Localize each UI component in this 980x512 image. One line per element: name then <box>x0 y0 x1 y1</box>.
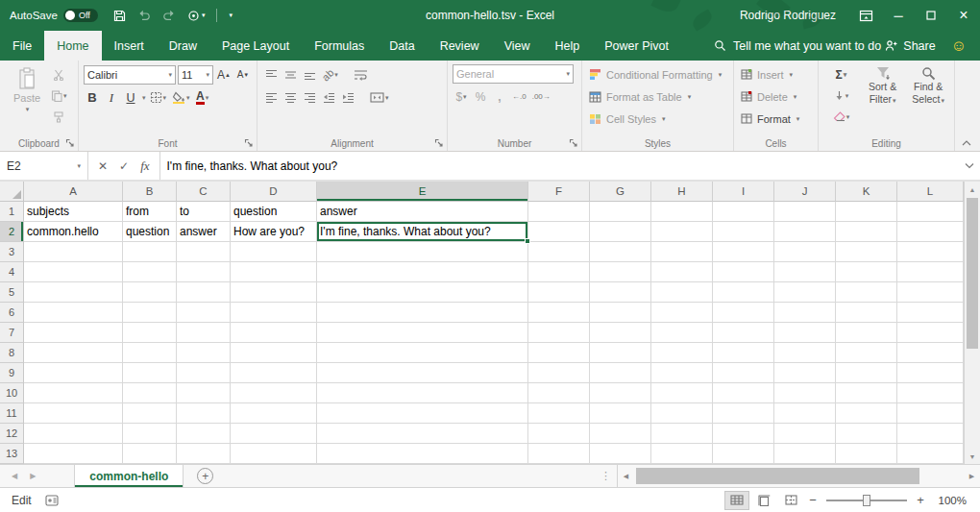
cell-L8[interactable] <box>897 343 964 363</box>
align-top-button[interactable] <box>262 64 280 85</box>
cell-K2[interactable] <box>836 222 897 242</box>
cell-C13[interactable] <box>177 444 231 464</box>
touch-mode-button[interactable]: ▾ <box>187 10 206 22</box>
ribbon-display-options-button[interactable] <box>849 0 882 31</box>
cell-K6[interactable] <box>836 303 897 323</box>
cell-styles-button[interactable]: Cell Styles ▾ <box>587 109 729 129</box>
qat-customize-button[interactable]: ▾ <box>229 12 233 19</box>
cell-B1[interactable]: from <box>123 202 177 222</box>
cell-H2[interactable] <box>651 222 713 242</box>
cell-E7[interactable] <box>317 323 528 343</box>
row-header-9[interactable]: 9 <box>0 363 24 383</box>
tab-formulas[interactable]: Formulas <box>302 31 377 61</box>
cell-G6[interactable] <box>590 303 651 323</box>
cell-A6[interactable] <box>24 303 123 323</box>
italic-button[interactable]: I <box>103 87 120 108</box>
bold-button[interactable]: B <box>84 87 101 108</box>
percent-button[interactable]: % <box>472 86 489 107</box>
increase-font-button[interactable]: A▲ <box>215 64 233 85</box>
clipboard-dialog-launcher[interactable] <box>65 138 76 149</box>
number-format-combo[interactable]: General ▾ <box>453 64 574 84</box>
column-header-B[interactable]: B <box>123 182 177 202</box>
cell-L4[interactable] <box>897 262 964 282</box>
tell-me-box[interactable]: Tell me what you want to do <box>714 31 881 61</box>
cell-H4[interactable] <box>651 262 713 282</box>
cell-F2[interactable] <box>528 222 590 242</box>
column-header-E[interactable]: E <box>317 182 528 202</box>
decrease-decimal-button[interactable]: .00→ <box>530 86 552 107</box>
font-dialog-launcher[interactable] <box>244 138 255 149</box>
cell-I9[interactable] <box>713 363 774 383</box>
cell-E10[interactable] <box>317 383 528 403</box>
user-name[interactable]: Rodrigo Rodriguez <box>740 9 836 22</box>
cell-I2[interactable] <box>713 222 774 242</box>
cell-K1[interactable] <box>836 202 897 222</box>
cell-C11[interactable] <box>177 403 231 424</box>
underline-button[interactable]: U <box>122 87 139 108</box>
cell-J5[interactable] <box>774 282 836 303</box>
cell-G10[interactable] <box>590 383 651 403</box>
cell-D4[interactable] <box>231 262 317 282</box>
alignment-dialog-launcher[interactable] <box>434 138 445 149</box>
cell-C9[interactable] <box>177 363 231 383</box>
fill-color-button[interactable]: ▾ <box>170 87 192 108</box>
cell-B6[interactable] <box>123 303 177 323</box>
cell-D12[interactable] <box>231 424 317 444</box>
cell-C10[interactable] <box>177 383 231 403</box>
cell-J13[interactable] <box>774 444 836 464</box>
cell-A1[interactable]: subjects <box>24 202 123 222</box>
insert-button[interactable]: Insert ▾ <box>739 64 814 85</box>
column-header-H[interactable]: H <box>651 182 713 202</box>
wrap-text-button[interactable] <box>352 64 370 85</box>
cell-D3[interactable] <box>231 242 317 262</box>
column-header-J[interactable]: J <box>774 182 836 202</box>
row-header-13[interactable]: 13 <box>0 444 24 464</box>
cell-K9[interactable] <box>836 363 897 383</box>
decrease-font-button[interactable]: A▼ <box>234 64 252 85</box>
format-button[interactable]: Format ▾ <box>739 109 814 129</box>
tab-home[interactable]: Home <box>44 31 101 61</box>
cell-F1[interactable] <box>528 202 590 222</box>
cell-I12[interactable] <box>713 424 774 444</box>
vertical-scroll-track[interactable] <box>965 197 980 449</box>
column-header-A[interactable]: A <box>24 182 123 202</box>
copy-button[interactable]: ▾ <box>49 85 69 106</box>
cell-A10[interactable] <box>24 383 123 403</box>
cell-C4[interactable] <box>177 262 231 282</box>
find-select-button[interactable]: Find & Select▾ <box>906 64 950 127</box>
cell-L3[interactable] <box>897 242 964 262</box>
cell-L5[interactable] <box>897 282 964 303</box>
cell-K3[interactable] <box>836 242 897 262</box>
number-dialog-launcher[interactable] <box>569 138 579 149</box>
cell-E9[interactable] <box>317 363 528 383</box>
cell-I13[interactable] <box>713 444 774 464</box>
cell-F6[interactable] <box>528 303 590 323</box>
tab-draw[interactable]: Draw <box>157 31 209 61</box>
cell-H3[interactable] <box>651 242 713 262</box>
cell-E1[interactable]: answer <box>317 202 528 222</box>
cell-K8[interactable] <box>836 343 897 363</box>
cell-L7[interactable] <box>897 323 964 343</box>
cell-B13[interactable] <box>123 444 177 464</box>
cell-H10[interactable] <box>651 383 713 403</box>
sheet-tab-common-hello[interactable]: common-hello <box>74 465 184 487</box>
cell-I5[interactable] <box>713 282 774 303</box>
cell-K10[interactable] <box>836 383 897 403</box>
cell-B5[interactable] <box>123 282 177 303</box>
scroll-left-icon[interactable]: ◀ <box>618 473 634 480</box>
feedback-smiley-icon[interactable]: ☺ <box>951 31 967 61</box>
cell-C12[interactable] <box>177 424 231 444</box>
row-header-4[interactable]: 4 <box>0 262 24 282</box>
delete-button[interactable]: Delete ▾ <box>739 86 814 107</box>
column-header-K[interactable]: K <box>836 182 897 202</box>
row-header-6[interactable]: 6 <box>0 303 24 323</box>
enter-button[interactable]: ✓ <box>119 159 129 173</box>
insert-function-button[interactable]: fx <box>140 158 149 174</box>
close-button[interactable]: × <box>947 0 980 31</box>
cell-J7[interactable] <box>774 323 836 343</box>
cell-A3[interactable] <box>24 242 123 262</box>
cell-D11[interactable] <box>231 403 317 424</box>
cell-I8[interactable] <box>713 343 774 363</box>
share-button[interactable]: Share <box>885 31 935 61</box>
cell-F12[interactable] <box>528 424 590 444</box>
